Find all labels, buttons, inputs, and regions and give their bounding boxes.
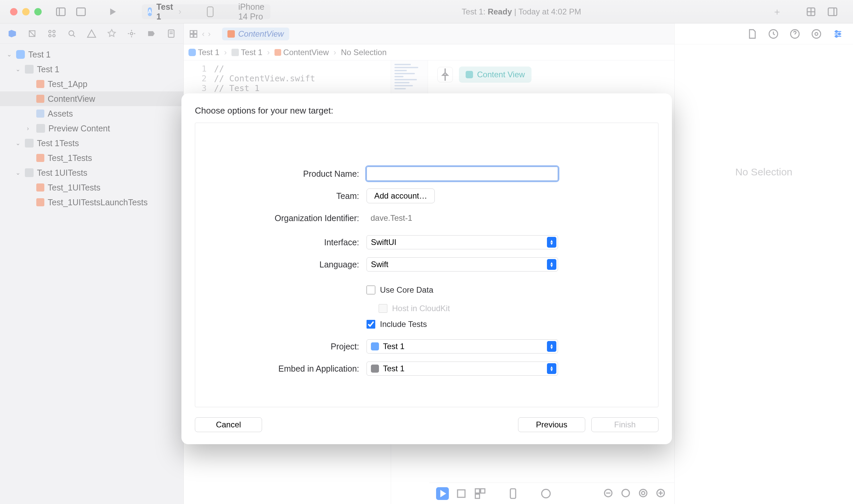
project-select[interactable]: Test 1▲▼ bbox=[366, 339, 558, 354]
test-navigator-icon[interactable] bbox=[107, 29, 116, 39]
select-value: SwiftUI bbox=[371, 237, 396, 247]
folder-icon bbox=[25, 65, 34, 74]
tree-file[interactable]: Assets bbox=[0, 106, 183, 121]
svg-rect-32 bbox=[481, 488, 485, 493]
live-preview-button[interactable] bbox=[436, 487, 449, 500]
svg-point-11 bbox=[49, 30, 51, 33]
select-value: Test 1 bbox=[383, 342, 404, 351]
preview-icon bbox=[466, 71, 473, 78]
zoom-fit-button[interactable] bbox=[637, 487, 650, 500]
find-navigator-icon[interactable] bbox=[67, 29, 77, 39]
breakpoint-navigator-icon[interactable] bbox=[146, 29, 156, 39]
embed-select[interactable]: Test 1▲▼ bbox=[366, 362, 558, 376]
window-minimize-icon[interactable] bbox=[22, 8, 30, 16]
navigator-split-icon[interactable] bbox=[75, 6, 87, 17]
svg-rect-2 bbox=[77, 8, 85, 16]
zoom-in-button[interactable] bbox=[655, 487, 668, 500]
select-value: Test 1 bbox=[383, 364, 404, 373]
scheme-device: iPhone 14 Pro bbox=[238, 2, 265, 21]
folder-icon bbox=[36, 124, 45, 133]
include-tests-checkbox[interactable]: Include Tests bbox=[366, 320, 558, 329]
crumb[interactable]: ContentView bbox=[283, 48, 329, 57]
tree-project-root[interactable]: ⌄Test 1 bbox=[0, 47, 183, 62]
swift-file-icon bbox=[36, 154, 44, 162]
project-icon bbox=[16, 50, 25, 59]
sidebar-toggle-icon[interactable] bbox=[55, 6, 67, 17]
updown-arrows-icon: ▲▼ bbox=[547, 237, 556, 248]
label-interface: Interface: bbox=[215, 237, 366, 247]
library-button[interactable] bbox=[805, 6, 817, 17]
tree-file-selected[interactable]: ContentView bbox=[0, 91, 183, 106]
new-tab-button[interactable]: ＋ bbox=[773, 5, 782, 18]
svg-point-35 bbox=[542, 489, 550, 498]
tree-folder[interactable]: ⌄Test 1 bbox=[0, 62, 183, 77]
crumb[interactable]: Test 1 bbox=[198, 48, 219, 57]
tree-file[interactable]: Test_1UITestsLaunchTests bbox=[0, 195, 183, 210]
report-navigator-icon[interactable] bbox=[166, 29, 176, 39]
device-icon bbox=[187, 6, 234, 17]
new-target-options-sheet: Choose options for your new target: Prod… bbox=[181, 93, 672, 444]
select-value: Swift bbox=[371, 260, 388, 269]
issue-navigator-icon[interactable] bbox=[87, 29, 96, 39]
svg-point-39 bbox=[639, 489, 647, 497]
finish-button[interactable]: Finish bbox=[591, 417, 658, 432]
project-icon bbox=[371, 342, 379, 350]
symbol-navigator-icon[interactable] bbox=[47, 29, 57, 39]
scheme-selector[interactable]: A Test 1 › iPhone 14 Pro bbox=[142, 4, 270, 19]
svg-rect-21 bbox=[190, 31, 193, 34]
inspector-toggle-icon[interactable] bbox=[825, 6, 839, 17]
svg-point-53 bbox=[836, 35, 837, 37]
language-select[interactable]: Swift▲▼ bbox=[366, 257, 558, 271]
label-org-identifier: Organization Identifier: bbox=[215, 213, 366, 223]
device-settings-button[interactable] bbox=[507, 487, 520, 500]
cancel-button[interactable]: Cancel bbox=[195, 417, 262, 432]
tree-folder[interactable]: ⌄Test 1Tests bbox=[0, 136, 183, 150]
file-inspector-icon[interactable] bbox=[746, 28, 758, 40]
editor-tab-active[interactable]: ContentView bbox=[222, 28, 289, 40]
svg-rect-24 bbox=[194, 34, 197, 37]
use-core-data-checkbox[interactable]: Use Core Data bbox=[366, 285, 558, 295]
svg-rect-3 bbox=[207, 7, 213, 16]
forward-button[interactable]: › bbox=[208, 29, 211, 39]
tree-file[interactable]: Test_1Tests bbox=[0, 150, 183, 165]
svg-rect-33 bbox=[475, 494, 480, 498]
debug-navigator-icon[interactable] bbox=[127, 29, 137, 39]
preview-selector[interactable]: Content View bbox=[459, 67, 531, 83]
window-close-icon[interactable] bbox=[10, 8, 17, 16]
status-sep: | bbox=[512, 7, 519, 16]
scheme-project: Test 1 bbox=[157, 2, 174, 21]
attributes-inspector-icon[interactable] bbox=[811, 28, 822, 40]
interface-select[interactable]: SwiftUI▲▼ bbox=[366, 235, 558, 249]
swift-file-icon bbox=[36, 95, 44, 103]
tree-file[interactable]: Test_1App bbox=[0, 77, 183, 91]
preferences-button[interactable] bbox=[540, 487, 552, 500]
pin-preview-button[interactable] bbox=[437, 67, 453, 82]
history-inspector-icon[interactable] bbox=[768, 28, 779, 40]
tree-folder[interactable]: ›Preview Content bbox=[0, 121, 183, 136]
status-time: Today at 4:02 PM bbox=[519, 7, 581, 16]
zoom-reset-button[interactable] bbox=[620, 487, 633, 500]
variants-button[interactable] bbox=[474, 487, 487, 500]
previous-button[interactable]: Previous bbox=[518, 417, 585, 432]
project-navigator-icon[interactable] bbox=[7, 29, 17, 39]
add-account-button[interactable]: Add account… bbox=[366, 188, 435, 203]
window-zoom-icon[interactable] bbox=[34, 8, 42, 16]
navigator-selector bbox=[0, 23, 183, 44]
zoom-out-button[interactable] bbox=[602, 487, 615, 500]
tree-file[interactable]: Test_1UITests bbox=[0, 180, 183, 195]
selectable-button[interactable] bbox=[455, 487, 468, 500]
canvas-controls bbox=[429, 483, 674, 504]
back-button[interactable]: ‹ bbox=[202, 29, 205, 39]
related-items-icon[interactable] bbox=[188, 29, 199, 39]
crumb[interactable]: No Selection bbox=[341, 48, 387, 57]
run-button[interactable] bbox=[107, 6, 118, 17]
help-inspector-icon[interactable] bbox=[789, 28, 801, 40]
svg-point-13 bbox=[49, 34, 51, 37]
crumb[interactable]: Test 1 bbox=[241, 48, 262, 57]
tree-folder[interactable]: ⌄Test 1UITests bbox=[0, 165, 183, 180]
source-control-navigator-icon[interactable] bbox=[27, 29, 37, 39]
product-name-input[interactable] bbox=[366, 167, 558, 181]
status-state: Ready bbox=[488, 7, 512, 16]
svg-rect-23 bbox=[190, 34, 193, 37]
settings-inspector-icon[interactable] bbox=[832, 28, 843, 40]
